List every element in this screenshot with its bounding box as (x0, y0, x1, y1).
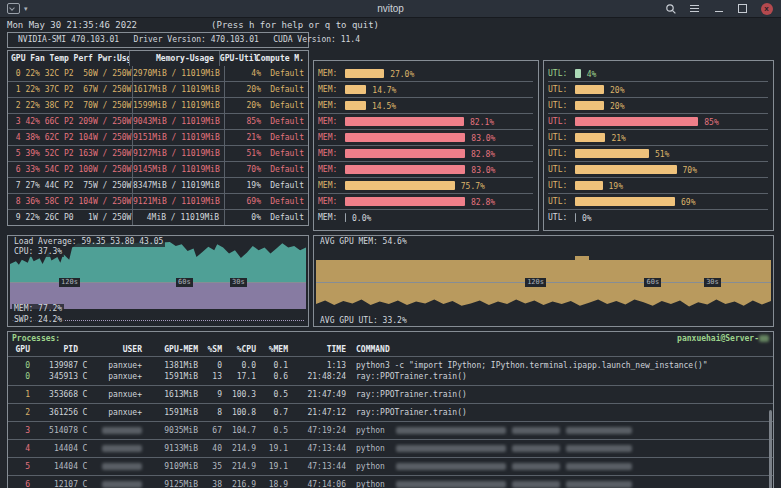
process-sm: 38 (198, 479, 222, 488)
process-type: C (78, 371, 92, 382)
gauge-label: MEM: (318, 85, 345, 94)
gpu-row[interactable]: 3 42% 66C P2 209W / 250W9043MiB / 11019M… (8, 113, 308, 129)
gauge-row: UTL:4% (548, 66, 768, 81)
process-row[interactable]: 414404C9133MiB40214.919.147:13:44python (8, 443, 773, 454)
host-monitor: 120s 60s 30s Load Average: 59.35 53.80 4… (7, 235, 309, 327)
search-icon[interactable] (664, 2, 677, 15)
timeline-label: 30s (230, 278, 247, 287)
gauge-bar (575, 165, 677, 174)
process-pid: 14404 (30, 461, 78, 472)
minimize-icon[interactable] (712, 2, 725, 15)
gauge-track: 83.0% (345, 133, 533, 142)
process-gpu-index: 3 (8, 425, 30, 436)
gauge-label: UTL: (548, 213, 575, 222)
process-time: 47:13:44 (288, 461, 346, 472)
menu-icon[interactable] (688, 2, 701, 15)
process-user (92, 425, 142, 436)
gpu-compute-mode: Default (261, 210, 308, 225)
process-row[interactable]: 3514078C9035MiB67104.70.547:19:24python (8, 425, 773, 436)
gpu-row[interactable]: 0 22% 32C P2 50W / 250W2970MiB / 11019Mi… (8, 66, 308, 81)
process-table-body: 0139987Cpanxue+1381MiB00.00.11:13python3… (8, 356, 773, 488)
gauge-row: UTL:70% (548, 161, 768, 177)
gpu-row[interactable]: 4 38% 62C P2 104W / 250W9151MiB / 11019M… (8, 129, 308, 145)
gauge-label: MEM: (318, 181, 345, 190)
gpu-row[interactable]: 5 39% 52C P2 163W / 250W9127MiB / 11019M… (8, 145, 308, 161)
process-row[interactable]: 514404C9109MiB35214.919.147:13:44python (8, 461, 773, 472)
close-icon[interactable]: x (760, 2, 773, 15)
gpu-row[interactable]: 2 22% 38C P2 70W / 250W1599MiB / 11019Mi… (8, 97, 308, 113)
gpu-memory-cell: 9127MiB / 11019MiB (132, 146, 224, 161)
gauge-percent: 69% (681, 197, 695, 206)
process-gpu-mem: 1613MiB (142, 389, 198, 400)
col-gpu-header: GPU Fan Temp Perf Pwr:Usg/Cap (8, 51, 129, 66)
gpu-util-cell: 20%Default (224, 98, 308, 113)
gauge-percent: 20% (610, 85, 624, 94)
gpu-util-value: 19% (225, 178, 261, 193)
gauge-track: 19% (575, 181, 768, 190)
redacted-command (512, 481, 560, 488)
process-row[interactable]: 1353668Cpanxue+1613MiB9100.30.521:47:49r… (8, 389, 773, 400)
process-mem: 0.7 (256, 407, 288, 418)
process-sm: 8 (198, 407, 222, 418)
gpu-util-cell: 21%Default (224, 130, 308, 145)
maximize-icon[interactable] (736, 2, 749, 15)
mem-gauges: MEM:27.0%MEM:14.7%MEM:14.5%MEM:82.1%MEM:… (313, 60, 539, 231)
process-user (92, 461, 142, 472)
col-util-header: GPU-UtilCompute M. (219, 51, 308, 66)
process-scrollbar[interactable] (769, 410, 772, 488)
gpu-stats-cell: 4 38% 62C P2 104W / 250W (8, 130, 132, 145)
gauge-row: MEM:82.8% (318, 193, 533, 209)
process-command: python (346, 479, 773, 488)
process-sm: 35 (198, 461, 222, 472)
process-sm: 40 (198, 443, 222, 454)
process-row[interactable]: 2361256Cpanxue+1591MiB8100.80.721:47:12r… (8, 407, 773, 418)
gauge-track: 14.7% (345, 85, 533, 94)
process-gpu-mem: 9133MiB (142, 443, 198, 454)
gpu-memory-cell: 2970MiB / 11019MiB (132, 66, 224, 81)
gauge-percent: 70% (683, 165, 697, 174)
process-col-header: TIME (288, 344, 346, 356)
gauge-percent: 82.8% (471, 197, 495, 206)
process-gpu-mem: 1591MiB (142, 371, 198, 382)
timeline-label: 60s (176, 278, 193, 287)
process-col-header: GPU (8, 344, 30, 356)
gpu-compute-mode: Default (261, 114, 308, 129)
process-type: C (78, 360, 92, 371)
process-col-header: %CPU (222, 344, 256, 356)
gpu-row[interactable]: 8 36% 58C P2 104W / 250W9121MiB / 11019M… (8, 193, 308, 209)
gauge-row: MEM:75.7% (318, 177, 533, 193)
process-time: 47:19:24 (288, 425, 346, 436)
process-group: 3514078C9035MiB67104.70.547:19:24python (8, 421, 773, 439)
process-row[interactable]: 612107C9125MiB38216.918.947:14:06python (8, 479, 773, 488)
process-user: panxue+ (92, 360, 142, 371)
redacted-user (102, 445, 142, 452)
gpu-table-rows: 0 22% 32C P2 50W / 250W2970MiB / 11019Mi… (8, 66, 308, 225)
process-col-header (78, 344, 92, 356)
process-row[interactable]: 0139987Cpanxue+1381MiB00.00.11:13python3… (8, 360, 773, 371)
process-sm: 13 (198, 371, 222, 382)
gpu-row[interactable]: 9 22% 26C P0 1W / 250W4MiB / 11019MiB0%D… (8, 209, 308, 225)
gpu-util-value: 4% (225, 66, 261, 81)
process-command: ray::PPOTrainer.train() (346, 407, 773, 418)
process-user: panxue+ (92, 371, 142, 382)
gauge-track: 20% (575, 85, 768, 94)
process-col-header: %SM (198, 344, 222, 356)
gauge-percent: 83.0% (471, 133, 495, 142)
process-mem: 19.1 (256, 443, 288, 454)
process-pid: 139987 (30, 360, 78, 371)
process-pid: 353668 (30, 389, 78, 400)
gpu-util-cell: 20%Default (224, 82, 308, 97)
process-cpu: 17.1 (222, 371, 256, 382)
gpu-util-value: 85% (225, 114, 261, 129)
process-type: C (78, 425, 92, 436)
gpu-row[interactable]: 6 33% 54C P2 100W / 250W9145MiB / 11019M… (8, 161, 308, 177)
gpu-compute-mode: Default (261, 82, 308, 97)
process-time: 21:47:49 (288, 389, 346, 400)
gpu-row[interactable]: 1 22% 37C P2 67W / 250W1617MiB / 11019Mi… (8, 81, 308, 97)
monitor-panel: 120s 60s 30s Load Average: 59.35 53.80 4… (7, 235, 774, 327)
process-pid: 14404 (30, 443, 78, 454)
gauge-row: MEM:83.0% (318, 129, 533, 145)
process-row[interactable]: 0345913Cpanxue+1591MiB1317.10.621:48:24r… (8, 371, 773, 382)
gpu-row[interactable]: 7 27% 44C P2 75W / 250W8347MiB / 11019Mi… (8, 177, 308, 193)
gauge-percent: 82.8% (471, 149, 495, 158)
